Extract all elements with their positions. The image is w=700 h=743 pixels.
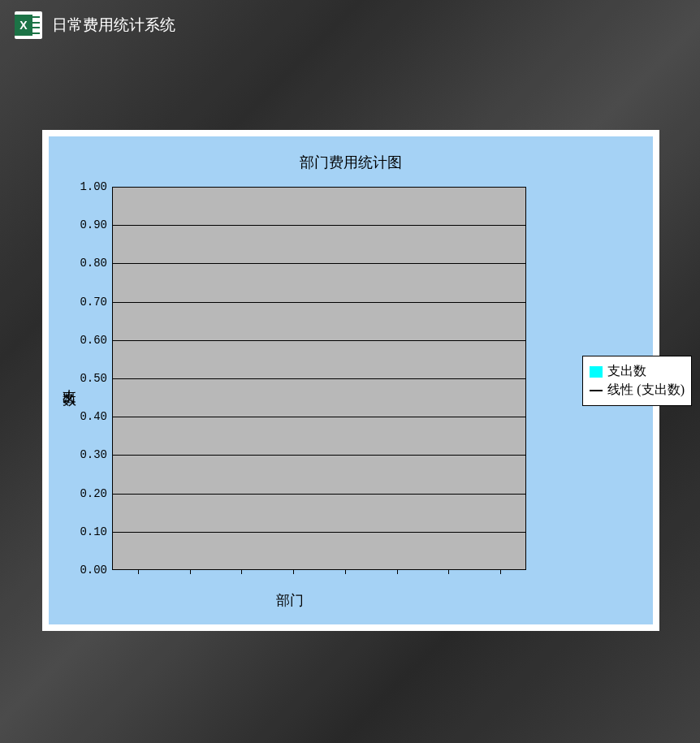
chart-panel: 部门费用统计图 支出数 部门 0.000.100.200.300.400.500… — [42, 130, 659, 631]
grid-line — [112, 302, 526, 303]
legend-label: 支出数 — [607, 363, 646, 380]
plot-region: 0.000.100.200.300.400.500.600.700.800.90… — [112, 187, 526, 570]
excel-icon: X — [15, 11, 42, 39]
y-tick-label: 0.50 — [80, 372, 107, 385]
y-axis-label: 支出数 — [60, 378, 79, 383]
legend-item: 支出数 — [590, 363, 685, 380]
grid-line — [112, 263, 526, 264]
x-tick — [397, 570, 398, 574]
y-tick-label: 0.30 — [80, 448, 107, 461]
y-tick-label: 0.20 — [80, 487, 107, 500]
grid-line — [112, 455, 526, 456]
excel-icon-lines — [32, 16, 40, 34]
legend: 支出数 线性 (支出数) — [582, 356, 692, 406]
page-title: 日常费用统计系统 — [52, 15, 175, 36]
legend-swatch-cyan — [590, 366, 603, 378]
y-tick-label: 0.80 — [80, 257, 107, 270]
x-tick — [138, 570, 139, 574]
grid-line — [112, 417, 526, 417]
grid-line — [112, 532, 526, 533]
legend-label: 线性 (支出数) — [607, 382, 685, 399]
x-tick — [293, 570, 294, 574]
x-tick — [345, 570, 346, 574]
y-tick-label: 0.90 — [80, 218, 107, 231]
chart-area: 部门费用统计图 支出数 部门 0.000.100.200.300.400.500… — [49, 136, 653, 624]
y-tick-label: 0.70 — [80, 296, 107, 309]
x-tick — [241, 570, 242, 574]
x-axis-label: 部门 — [49, 591, 531, 610]
y-tick-label: 0.40 — [80, 410, 107, 423]
x-tick — [190, 570, 191, 574]
y-tick-label: 0.10 — [80, 525, 107, 538]
grid-line — [112, 340, 526, 341]
header-bar: X 日常费用统计系统 — [0, 0, 700, 50]
grid-line — [112, 494, 526, 495]
y-tick-label: 1.00 — [80, 180, 107, 193]
excel-icon-letter: X — [15, 15, 32, 36]
grid-line — [112, 378, 526, 379]
chart-title: 部门费用统计图 — [49, 153, 653, 172]
y-tick-label: 0.60 — [80, 334, 107, 347]
x-tick — [500, 570, 501, 574]
legend-swatch-line — [590, 390, 603, 391]
x-tick — [448, 570, 449, 574]
grid-line — [112, 225, 526, 226]
y-tick-label: 0.00 — [80, 564, 107, 577]
legend-item: 线性 (支出数) — [590, 382, 685, 399]
